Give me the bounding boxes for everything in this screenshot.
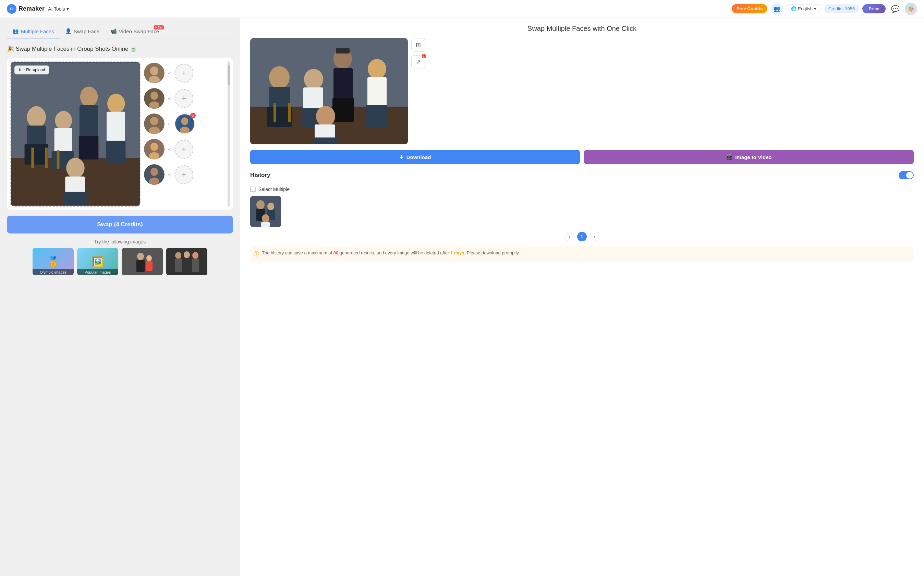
svg-rect-81 — [261, 222, 270, 227]
svg-point-78 — [267, 203, 274, 210]
face-list-scrollbar[interactable] — [228, 61, 230, 207]
svg-point-35 — [180, 126, 190, 133]
history-header: History — [250, 171, 914, 182]
source-image-svg — [11, 62, 140, 206]
svg-point-52 — [192, 252, 198, 259]
face-2-svg — [144, 88, 164, 109]
olympic-label: Olympic images — [33, 269, 74, 275]
svg-point-76 — [256, 200, 265, 209]
arrow-icon-3: « — [167, 121, 172, 127]
face-circle-1 — [144, 63, 164, 83]
page-title: 🎉 Swap Multiple Faces in Group Shots Onl… — [7, 45, 233, 53]
price-button[interactable]: Price — [862, 4, 886, 13]
face-row-5: « + — [144, 163, 223, 186]
tab-multiple-faces[interactable]: 👥 Multiple Faces — [7, 25, 60, 38]
svg-point-14 — [107, 94, 125, 113]
face-row-4: « + — [144, 138, 223, 161]
layout-button[interactable]: ⊞ — [411, 38, 425, 52]
svg-point-41 — [149, 178, 160, 185]
next-page-button[interactable]: › — [589, 232, 599, 242]
svg-rect-64 — [336, 48, 349, 53]
face-circle-2 — [144, 88, 164, 109]
ai-tools-button[interactable]: AI Tools ▾ — [48, 6, 69, 12]
result-image-wrapper: ⊞ 🎁 ↗ — [250, 38, 914, 144]
svg-rect-72 — [313, 138, 337, 144]
face-swap-uploaded-3: ✕ — [174, 114, 195, 134]
globe-icon: 🌐 — [791, 6, 796, 11]
svg-rect-19 — [64, 192, 87, 205]
logo: Remaker — [7, 4, 45, 14]
history-thumb-1[interactable] — [250, 196, 281, 227]
svg-rect-65 — [334, 68, 353, 101]
arrow-icon-2: « — [167, 95, 172, 101]
avatar[interactable]: 🎨 — [905, 3, 917, 15]
swap-face-icon: 👤 — [65, 28, 72, 34]
svg-point-67 — [368, 59, 386, 79]
layout-icon: ⊞ — [416, 41, 421, 49]
chevron-down-icon: ▾ — [814, 6, 816, 11]
upload-box: ⬆ ↑ Re-upload — [10, 61, 140, 207]
try-image-olympic[interactable]: 🏅 Olympic images — [33, 248, 74, 275]
prev-page-button[interactable]: ‹ — [565, 232, 575, 242]
header-left: Remaker AI Tools ▾ — [7, 4, 69, 14]
source-image — [11, 62, 140, 206]
svg-point-48 — [175, 252, 181, 259]
add-face-button-4[interactable]: + — [174, 140, 193, 159]
notification-icon: 💬 — [891, 5, 900, 13]
add-face-button-5[interactable]: + — [174, 165, 193, 184]
add-face-button-2[interactable]: + — [174, 89, 193, 108]
svg-point-31 — [149, 127, 160, 134]
face-row-1: « + — [144, 61, 223, 85]
image-to-video-button[interactable]: 🎬 Image to Video — [584, 150, 914, 164]
select-multiple-checkbox[interactable] — [250, 187, 256, 192]
svg-rect-53 — [192, 259, 199, 272]
notice-max: 80 — [334, 250, 338, 255]
face-remove-button-3[interactable]: ✕ — [190, 113, 196, 118]
history-toggle[interactable] — [898, 171, 914, 179]
team-icon-button[interactable]: 👥 — [771, 3, 783, 15]
history-title: History — [250, 172, 270, 179]
current-page: 1 — [577, 232, 587, 242]
svg-point-50 — [184, 251, 190, 258]
pagination: ‹ 1 › — [250, 232, 914, 242]
history-grid — [250, 196, 914, 227]
try-image-group2[interactable] — [166, 248, 207, 275]
history-notice: ⓘ The history can save a maximum of 80 g… — [250, 246, 914, 262]
add-face-button-1[interactable]: + — [174, 64, 193, 83]
re-upload-button[interactable]: ⬆ ↑ Re-upload — [14, 66, 49, 74]
tabs: 👥 Multiple Faces 👤 Swap Face 📹 Video Swa… — [7, 25, 233, 38]
svg-rect-12 — [80, 105, 98, 139]
try-image-group1[interactable] — [122, 248, 163, 275]
tab-video-swap-face[interactable]: 📹 Video Swap Face NEW — [105, 25, 164, 38]
download-button[interactable]: ⬇ Download — [250, 150, 580, 164]
svg-point-40 — [150, 168, 158, 176]
svg-point-45 — [146, 255, 152, 261]
face-5-svg — [144, 164, 164, 185]
face-3-svg — [144, 114, 164, 134]
svg-point-1 — [11, 8, 13, 10]
face-circle-5 — [144, 164, 164, 185]
svg-point-60 — [304, 69, 323, 90]
face-circle-3 — [144, 114, 164, 134]
share-icon: ↗ — [416, 58, 421, 66]
result-side-buttons: ⊞ 🎁 ↗ — [411, 38, 425, 69]
tab-label: Video Swap Face — [119, 29, 159, 34]
face-row-3: « ✕ — [144, 112, 223, 136]
svg-point-30 — [150, 117, 158, 125]
result-image-svg — [250, 38, 408, 144]
free-credits-button[interactable]: Free Credits — [732, 4, 768, 13]
svg-point-28 — [149, 101, 160, 109]
tab-swap-face[interactable]: 👤 Swap Face — [60, 25, 105, 38]
download-icon: ⬇ — [399, 154, 404, 160]
try-image-popular[interactable]: 🖼️ Popular images — [77, 248, 118, 275]
upload-swap-area: ⬆ ↑ Re-upload — [7, 58, 233, 210]
notification-button[interactable]: 💬 — [889, 3, 902, 15]
swap-button[interactable]: Swap (4 Credits) — [7, 216, 233, 234]
svg-point-38 — [149, 152, 160, 159]
svg-rect-20 — [31, 148, 34, 168]
notice-days: 1 days — [450, 250, 464, 255]
svg-rect-69 — [366, 105, 387, 127]
language-button[interactable]: 🌐 English ▾ — [787, 4, 821, 13]
share-button[interactable]: 🎁 ↗ — [411, 55, 425, 69]
svg-rect-7 — [25, 144, 48, 165]
